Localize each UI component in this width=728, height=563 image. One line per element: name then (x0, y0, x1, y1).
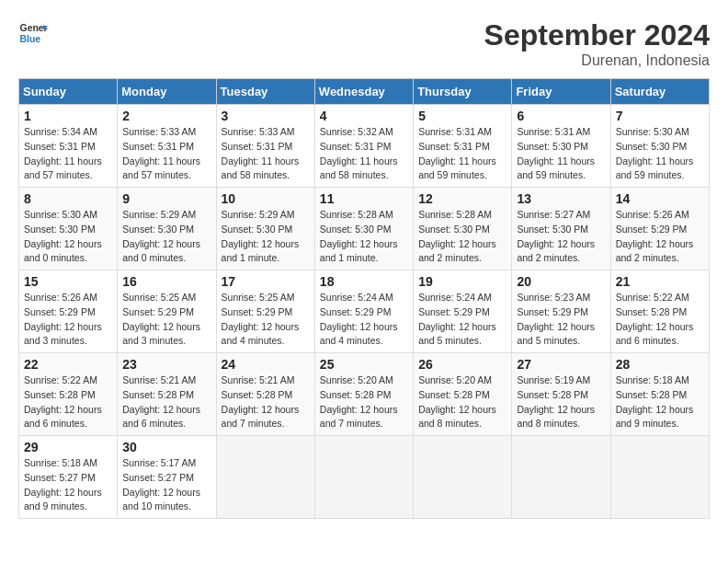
day-info: Sunrise: 5:22 AM Sunset: 5:28 PM Dayligh… (616, 291, 704, 349)
col-header-tuesday: Tuesday (216, 79, 314, 105)
col-header-sunday: Sunday (19, 79, 118, 105)
day-cell: 19Sunrise: 5:24 AM Sunset: 5:29 PM Dayli… (414, 270, 512, 353)
day-info: Sunrise: 5:23 AM Sunset: 5:29 PM Dayligh… (517, 291, 605, 349)
day-cell: 4Sunrise: 5:32 AM Sunset: 5:31 PM Daylig… (314, 105, 413, 188)
week-row-4: 22Sunrise: 5:22 AM Sunset: 5:28 PM Dayli… (19, 353, 710, 436)
day-cell: 8Sunrise: 5:30 AM Sunset: 5:30 PM Daylig… (19, 188, 118, 270)
week-row-2: 8Sunrise: 5:30 AM Sunset: 5:30 PM Daylig… (19, 188, 710, 270)
day-number: 11 (320, 191, 408, 206)
col-header-wednesday: Wednesday (314, 79, 413, 105)
week-row-5: 29Sunrise: 5:18 AM Sunset: 5:27 PM Dayli… (19, 436, 710, 519)
day-cell: 30Sunrise: 5:17 AM Sunset: 5:27 PM Dayli… (118, 436, 216, 519)
day-info: Sunrise: 5:21 AM Sunset: 5:28 PM Dayligh… (122, 373, 210, 431)
day-info: Sunrise: 5:29 AM Sunset: 5:30 PM Dayligh… (222, 208, 310, 266)
day-number: 2 (122, 109, 210, 123)
day-cell: 21Sunrise: 5:22 AM Sunset: 5:28 PM Dayli… (610, 270, 709, 353)
day-cell: 16Sunrise: 5:25 AM Sunset: 5:29 PM Dayli… (118, 270, 216, 353)
day-cell: 12Sunrise: 5:28 AM Sunset: 5:30 PM Dayli… (414, 188, 512, 270)
day-info: Sunrise: 5:25 AM Sunset: 5:29 PM Dayligh… (122, 291, 210, 349)
day-info: Sunrise: 5:18 AM Sunset: 5:28 PM Dayligh… (616, 373, 704, 431)
day-cell: 27Sunrise: 5:19 AM Sunset: 5:28 PM Dayli… (512, 353, 610, 436)
day-number: 23 (122, 357, 210, 372)
day-number: 20 (517, 274, 605, 289)
col-header-monday: Monday (118, 79, 216, 105)
day-cell: 20Sunrise: 5:23 AM Sunset: 5:29 PM Dayli… (512, 270, 610, 353)
day-cell: 5Sunrise: 5:31 AM Sunset: 5:31 PM Daylig… (414, 105, 512, 188)
day-number: 16 (122, 274, 210, 289)
day-cell (216, 436, 314, 519)
day-info: Sunrise: 5:27 AM Sunset: 5:30 PM Dayligh… (517, 208, 605, 266)
day-info: Sunrise: 5:32 AM Sunset: 5:31 PM Dayligh… (320, 125, 408, 183)
day-number: 8 (24, 191, 112, 206)
day-cell: 6Sunrise: 5:31 AM Sunset: 5:30 PM Daylig… (512, 105, 610, 188)
day-info: Sunrise: 5:33 AM Sunset: 5:31 PM Dayligh… (222, 125, 310, 183)
day-cell (314, 436, 413, 519)
location: Durenan, Indonesia (484, 52, 710, 69)
day-number: 9 (122, 191, 210, 206)
day-info: Sunrise: 5:19 AM Sunset: 5:28 PM Dayligh… (517, 373, 605, 431)
day-number: 4 (320, 109, 408, 123)
month-title: September 2024 (484, 18, 710, 52)
day-number: 14 (616, 191, 704, 206)
day-cell: 29Sunrise: 5:18 AM Sunset: 5:27 PM Dayli… (19, 436, 118, 519)
day-number: 10 (222, 191, 310, 206)
logo-icon: General Blue (18, 18, 48, 48)
day-info: Sunrise: 5:24 AM Sunset: 5:29 PM Dayligh… (320, 291, 408, 349)
day-cell (610, 436, 709, 519)
day-number: 3 (222, 109, 310, 123)
day-number: 18 (320, 274, 408, 289)
col-header-friday: Friday (512, 79, 610, 105)
day-number: 15 (24, 274, 112, 289)
day-cell: 2Sunrise: 5:33 AM Sunset: 5:31 PM Daylig… (118, 105, 216, 188)
day-number: 17 (222, 274, 310, 289)
day-cell (512, 436, 610, 519)
day-info: Sunrise: 5:25 AM Sunset: 5:29 PM Dayligh… (222, 291, 310, 349)
day-cell: 13Sunrise: 5:27 AM Sunset: 5:30 PM Dayli… (512, 188, 610, 270)
day-number: 29 (24, 440, 112, 454)
day-number: 30 (122, 440, 210, 454)
calendar-table: SundayMondayTuesdayWednesdayThursdayFrid… (18, 78, 710, 519)
logo: General Blue (18, 18, 48, 48)
day-number: 24 (222, 357, 310, 372)
day-cell: 25Sunrise: 5:20 AM Sunset: 5:28 PM Dayli… (314, 353, 413, 436)
col-header-thursday: Thursday (414, 79, 512, 105)
day-number: 28 (616, 357, 704, 372)
day-cell: 22Sunrise: 5:22 AM Sunset: 5:28 PM Dayli… (19, 353, 118, 436)
day-info: Sunrise: 5:20 AM Sunset: 5:28 PM Dayligh… (320, 373, 408, 431)
day-cell: 28Sunrise: 5:18 AM Sunset: 5:28 PM Dayli… (610, 353, 709, 436)
day-info: Sunrise: 5:24 AM Sunset: 5:29 PM Dayligh… (418, 291, 506, 349)
day-cell: 3Sunrise: 5:33 AM Sunset: 5:31 PM Daylig… (216, 105, 314, 188)
day-number: 5 (418, 109, 506, 123)
day-info: Sunrise: 5:18 AM Sunset: 5:27 PM Dayligh… (24, 456, 112, 514)
day-cell: 23Sunrise: 5:21 AM Sunset: 5:28 PM Dayli… (118, 353, 216, 436)
title-area: September 2024 Durenan, Indonesia (484, 18, 710, 69)
day-info: Sunrise: 5:30 AM Sunset: 5:30 PM Dayligh… (24, 208, 112, 266)
day-info: Sunrise: 5:20 AM Sunset: 5:28 PM Dayligh… (418, 373, 506, 431)
day-cell: 17Sunrise: 5:25 AM Sunset: 5:29 PM Dayli… (216, 270, 314, 353)
day-number: 6 (517, 109, 605, 123)
day-cell: 9Sunrise: 5:29 AM Sunset: 5:30 PM Daylig… (118, 188, 216, 270)
day-info: Sunrise: 5:33 AM Sunset: 5:31 PM Dayligh… (122, 125, 210, 183)
day-cell (414, 436, 512, 519)
day-cell: 11Sunrise: 5:28 AM Sunset: 5:30 PM Dayli… (314, 188, 413, 270)
day-cell: 26Sunrise: 5:20 AM Sunset: 5:28 PM Dayli… (414, 353, 512, 436)
day-cell: 15Sunrise: 5:26 AM Sunset: 5:29 PM Dayli… (19, 270, 118, 353)
day-info: Sunrise: 5:28 AM Sunset: 5:30 PM Dayligh… (320, 208, 408, 266)
day-info: Sunrise: 5:28 AM Sunset: 5:30 PM Dayligh… (418, 208, 506, 266)
day-number: 21 (616, 274, 704, 289)
day-info: Sunrise: 5:30 AM Sunset: 5:30 PM Dayligh… (616, 125, 704, 183)
day-number: 12 (418, 191, 506, 206)
day-number: 25 (320, 357, 408, 372)
day-info: Sunrise: 5:17 AM Sunset: 5:27 PM Dayligh… (122, 456, 210, 514)
day-number: 1 (24, 109, 112, 123)
day-cell: 14Sunrise: 5:26 AM Sunset: 5:29 PM Dayli… (610, 188, 709, 270)
day-cell: 24Sunrise: 5:21 AM Sunset: 5:28 PM Dayli… (216, 353, 314, 436)
day-cell: 18Sunrise: 5:24 AM Sunset: 5:29 PM Dayli… (314, 270, 413, 353)
day-cell: 1Sunrise: 5:34 AM Sunset: 5:31 PM Daylig… (19, 105, 118, 188)
col-header-saturday: Saturday (610, 79, 709, 105)
week-row-1: 1Sunrise: 5:34 AM Sunset: 5:31 PM Daylig… (19, 105, 710, 188)
day-info: Sunrise: 5:26 AM Sunset: 5:29 PM Dayligh… (24, 291, 112, 349)
day-cell: 10Sunrise: 5:29 AM Sunset: 5:30 PM Dayli… (216, 188, 314, 270)
day-info: Sunrise: 5:22 AM Sunset: 5:28 PM Dayligh… (24, 373, 112, 431)
page-header: General Blue September 2024 Durenan, Ind… (18, 18, 710, 69)
